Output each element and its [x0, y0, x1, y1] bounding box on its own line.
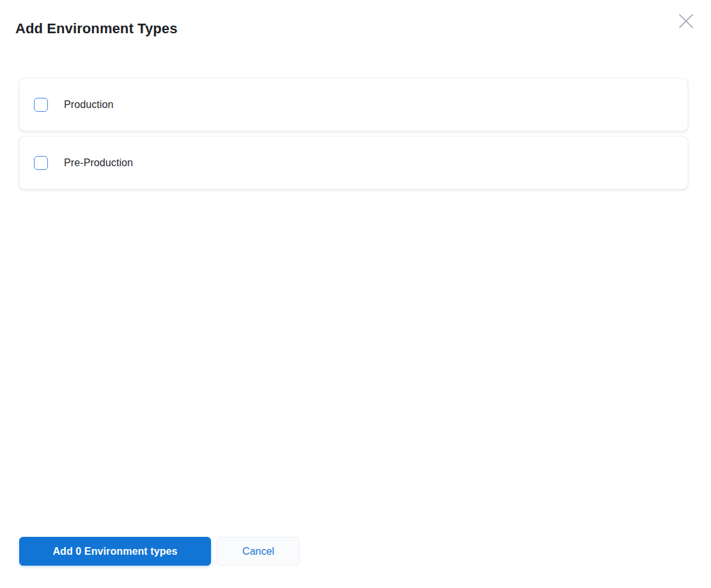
close-button[interactable]	[676, 11, 696, 31]
list-item-pre-production[interactable]: Pre-Production	[19, 136, 688, 189]
environment-type-label: Pre-Production	[64, 157, 133, 169]
checkbox-pre-production[interactable]	[34, 156, 48, 170]
environment-type-label: Production	[64, 99, 114, 111]
cancel-button[interactable]: Cancel	[217, 537, 300, 566]
add-environment-types-button[interactable]: Add 0 Environment types	[19, 537, 211, 566]
list-item-production[interactable]: Production	[19, 78, 688, 131]
close-icon	[678, 13, 694, 29]
checkbox-production[interactable]	[34, 98, 48, 112]
environment-type-list: Production Pre-Production	[19, 78, 688, 194]
add-environment-types-dialog: Add Environment Types Production Pre-Pro…	[0, 0, 711, 588]
page-title: Add Environment Types	[15, 20, 178, 37]
dialog-footer: Add 0 Environment types Cancel	[19, 537, 300, 566]
